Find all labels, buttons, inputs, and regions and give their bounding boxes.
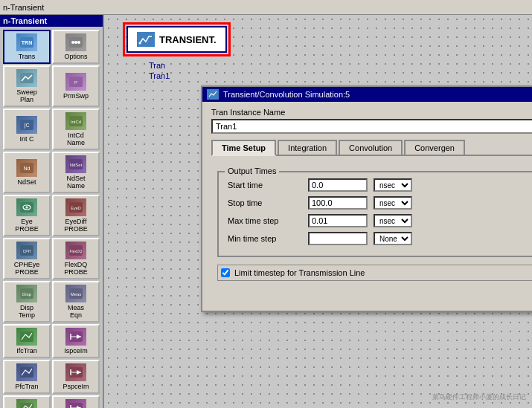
- vfctran-icon: [16, 399, 37, 408]
- sidebar-item-intc[interactable]: ∫C Int C: [3, 109, 51, 150]
- instance-name-input[interactable]: [211, 119, 532, 134]
- max-timestep-unit[interactable]: nsec psec usec msec sec: [374, 214, 412, 227]
- transient-inner[interactable]: TRANSIENT.: [126, 26, 227, 53]
- sidebar-item-sweep-plan[interactable]: SweepPlan: [3, 65, 51, 107]
- sidebar-item-eye[interactable]: EyePROBE: [3, 195, 51, 236]
- disptemp-icon: Disp: [16, 285, 37, 302]
- svg-text:Disp: Disp: [22, 292, 32, 297]
- start-time-row: Start time nsec psec usec msec sec: [228, 178, 532, 192]
- start-time-unit[interactable]: nsec psec usec msec sec: [374, 178, 412, 192]
- sweep-icon: [16, 69, 37, 87]
- ndname-icon: NdSet: [65, 155, 86, 173]
- eyediff-icon: EyeD: [65, 198, 86, 216]
- checkbox-row: Limit timestep for Transmission Line: [217, 265, 532, 281]
- svg-text:IntCd: IntCd: [71, 120, 81, 124]
- max-timestep-row: Max time step nsec psec usec msec sec: [228, 214, 532, 227]
- prmsw-icon: P: [65, 73, 86, 91]
- sidebar-item-ifctran[interactable]: IfcTran: [3, 324, 51, 358]
- intcdname-icon: IntCd: [65, 112, 86, 130]
- svg-point-4: [74, 41, 77, 44]
- tab-time-setup[interactable]: Time Setup: [211, 140, 276, 156]
- sidebar-item-prmsw[interactable]: P PrmSwp: [52, 65, 100, 107]
- sidebar-item-ndsetname[interactable]: NdSet NdSetName: [52, 152, 100, 193]
- sidebar-item-prmsw-label: PrmSwp: [63, 92, 89, 100]
- transient-block[interactable]: TRANSIENT.: [123, 22, 231, 56]
- cpheye-icon: CPH: [16, 242, 37, 259]
- sidebar-item-sweep-label: SweepPlan: [16, 88, 37, 103]
- flexdq-icon: FlexDQ: [65, 242, 86, 259]
- sidebar-item-trans-label: Trans: [19, 53, 36, 60]
- tran1-label: Tran1: [149, 71, 170, 80]
- svg-text:P: P: [74, 80, 77, 85]
- sidebar-item-eyediff[interactable]: EyeD EyeDiffPROBE: [52, 195, 100, 236]
- vspcelm-icon: [65, 399, 86, 408]
- sidebar-item-cpheye[interactable]: CPH CPHEyePROBE: [3, 238, 51, 279]
- sidebar-item-vspcelm[interactable]: VspceIm: [52, 395, 100, 408]
- min-timestep-input[interactable]: [308, 232, 368, 245]
- dialog-title-left: Transient/Convolution Simulation:5: [207, 89, 350, 100]
- svg-text:Nd: Nd: [24, 166, 31, 171]
- sidebar-item-ndset-label: NdSet: [17, 178, 36, 186]
- svg-text:EyeD: EyeD: [71, 206, 80, 210]
- max-timestep-input[interactable]: [308, 214, 368, 227]
- svg-text:NdSet: NdSet: [70, 163, 83, 167]
- dialog-titlebar: Transient/Convolution Simulation:5 ×: [202, 87, 532, 102]
- pspcelm-icon: [65, 363, 86, 381]
- measeqn-icon: Meas: [65, 285, 86, 302]
- sidebar-item-pspcelm-label: PspceIm: [63, 383, 89, 390]
- tabs-list: Time Setup Integration Convolution Conve…: [211, 140, 532, 155]
- sidebar-item-intcdname-label: IntCdName: [67, 132, 85, 146]
- svg-text:Meas: Meas: [71, 292, 82, 297]
- transient-block-label: TRANSIENT.: [159, 34, 217, 45]
- start-time-input[interactable]: [308, 178, 368, 192]
- min-timestep-row: Min time step None nsec psec usec msec s…: [228, 232, 532, 245]
- sidebar-item-disptemp[interactable]: Disp DispTemp: [3, 281, 51, 323]
- trans-icon: TRN: [16, 33, 37, 51]
- svg-text:∫C: ∫C: [24, 123, 30, 129]
- output-times-box: Output Times Start time nsec psec usec m…: [217, 171, 532, 257]
- max-timestep-label: Max time step: [228, 216, 302, 225]
- sidebar-item-options[interactable]: Options: [52, 30, 100, 64]
- options-icon: [65, 33, 86, 51]
- sidebar-item-ndsetname-label: NdSetName: [66, 175, 85, 190]
- tran-label: Tran: [149, 61, 165, 70]
- limit-timestep-label: Limit timestep for Transmission Line: [234, 268, 365, 277]
- sidebar-item-flexdq[interactable]: FlexDQ FlexDQPROBE: [52, 238, 100, 279]
- eye-icon: [16, 198, 37, 216]
- svg-point-5: [77, 41, 80, 44]
- sidebar-item-measeqn[interactable]: Meas MeasEqn: [52, 281, 100, 323]
- dialog-title-text: Transient/Convolution Simulation:5: [223, 90, 350, 99]
- sidebar-item-vfctran[interactable]: VfcTran: [3, 395, 51, 408]
- tab-convergence[interactable]: Convergen: [404, 140, 465, 155]
- sidebar-item-pftran[interactable]: PfcTran: [3, 360, 51, 394]
- sidebar-item-pftran-label: PfcTran: [15, 383, 38, 390]
- sidebar-item-ndset[interactable]: Nd NdSet: [3, 152, 51, 193]
- svg-text:CPH: CPH: [23, 249, 31, 253]
- sidebar-item-disptemp-label: DispTemp: [19, 304, 35, 319]
- sidebar-item-ispcelm[interactable]: IspceIm: [52, 324, 100, 358]
- sidebar-item-trans[interactable]: TRN Trans: [3, 30, 51, 64]
- dialog-body: Tran Instance Name Time Setup Integratio…: [202, 102, 532, 311]
- limit-timestep-checkbox[interactable]: [221, 268, 230, 277]
- sidebar-item-pspcelm[interactable]: PspceIm: [52, 360, 100, 394]
- stop-time-unit[interactable]: nsec psec usec msec sec: [374, 196, 412, 210]
- stop-time-input[interactable]: [308, 196, 368, 210]
- svg-point-3: [71, 41, 74, 44]
- tab-convolution[interactable]: Convolution: [339, 140, 403, 155]
- svg-point-19: [26, 207, 28, 209]
- top-bar-title: n-Transient: [3, 3, 44, 12]
- main-canvas: TRANSIENT. Tran Tran1 Transient/Convolut…: [104, 15, 532, 408]
- sidebar-item-intc-label: Int C: [19, 135, 33, 143]
- sidebar-item-intcdname[interactable]: IntCd IntCdName: [52, 109, 100, 150]
- sidebar-grid: TRN Trans Options SweepPlan P PrmSwp: [0, 27, 103, 408]
- intc-icon: ∫C: [16, 116, 37, 134]
- tab-integration[interactable]: Integration: [278, 140, 337, 155]
- sidebar-title: n-Transient: [0, 15, 103, 27]
- stop-time-row: Stop time nsec psec usec msec sec: [228, 196, 532, 210]
- watermark: 菜鸟硬件工程师小厦的成长日记: [432, 392, 526, 402]
- ispcelm-icon: [65, 328, 86, 346]
- instance-name-label: Tran Instance Name: [211, 108, 532, 117]
- output-times-legend: Output Times: [225, 166, 279, 175]
- top-bar: n-Transient: [0, 0, 532, 15]
- min-timestep-unit[interactable]: None nsec psec usec msec sec: [374, 232, 412, 245]
